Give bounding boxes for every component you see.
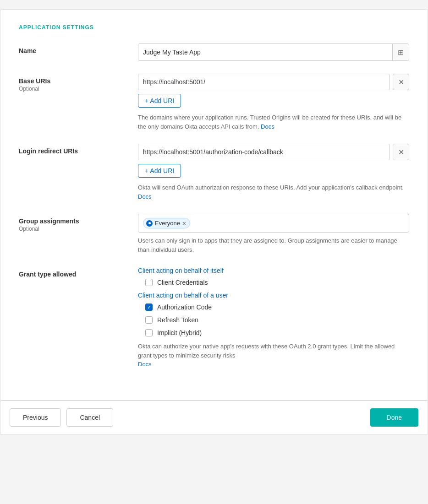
- grant-type-label: Grant type allowed: [19, 271, 138, 278]
- login-redirect-label: Login redirect URIs: [19, 147, 138, 155]
- base-uris-help: The domains where your application runs.…: [138, 113, 409, 131]
- refresh-token-row: Refresh Token: [145, 316, 409, 324]
- base-uris-row: Base URIs Optional ✕ + Add URI The domai…: [19, 74, 409, 131]
- section-title: APPLICATION SETTINGS: [19, 24, 409, 31]
- group-tag-radio-icon: [146, 220, 153, 227]
- login-redirect-help: Okta will send OAuth authorization respo…: [138, 183, 409, 201]
- base-uris-add-button[interactable]: + Add URI: [138, 94, 181, 108]
- application-settings-card: APPLICATION SETTINGS Name ⊞ Base URIs Op…: [0, 9, 428, 401]
- login-redirect-input-row: ✕: [138, 144, 409, 160]
- group-assign-box[interactable]: Everyone ×: [138, 214, 409, 233]
- previous-button[interactable]: Previous: [10, 408, 61, 427]
- cancel-button[interactable]: Cancel: [66, 408, 113, 427]
- base-uris-input[interactable]: [138, 74, 390, 90]
- footer-left: Previous Cancel: [10, 408, 113, 427]
- authorization-code-row: Authorization Code: [145, 303, 409, 311]
- base-uris-sub-label: Optional: [19, 86, 138, 92]
- implicit-hybrid-row: Implicit (Hybrid): [145, 329, 409, 336]
- login-redirect-input[interactable]: [138, 144, 390, 160]
- name-copy-icon[interactable]: ⊞: [392, 44, 409, 60]
- grant-type-docs-link[interactable]: Docs: [138, 361, 152, 368]
- name-content: ⊞: [138, 43, 409, 61]
- login-redirect-content: ✕ + Add URI Okta will send OAuth authori…: [138, 144, 409, 201]
- login-redirect-label-col: Login redirect URIs: [19, 144, 138, 155]
- name-input-wrapper: ⊞: [138, 43, 409, 61]
- group-assignments-help: Users can only sign in to apps that they…: [138, 236, 409, 254]
- name-input[interactable]: [138, 44, 392, 60]
- base-uris-label-col: Base URIs Optional: [19, 74, 138, 92]
- base-uris-content: ✕ + Add URI The domains where your appli…: [138, 74, 409, 131]
- grant-type-content: Client acting on behalf of itself Client…: [138, 267, 409, 369]
- implicit-hybrid-label: Implicit (Hybrid): [157, 329, 202, 336]
- base-uris-docs-link[interactable]: Docs: [261, 123, 274, 130]
- authorization-code-checkbox[interactable]: [145, 303, 153, 311]
- name-row: Name ⊞: [19, 43, 409, 61]
- group-assignments-sub-label: Optional: [19, 226, 138, 232]
- implicit-hybrid-checkbox[interactable]: [145, 329, 153, 336]
- refresh-token-label: Refresh Token: [157, 316, 198, 324]
- base-uris-clear-button[interactable]: ✕: [393, 74, 409, 90]
- client-user-label: Client acting on behalf of a user: [138, 292, 409, 299]
- group-tag-close-icon[interactable]: ×: [182, 220, 186, 227]
- client-credentials-label: Client Credentials: [157, 279, 208, 286]
- client-self-label: Client acting on behalf of itself: [138, 267, 409, 274]
- name-label: Name: [19, 47, 138, 54]
- done-button[interactable]: Done: [370, 408, 418, 427]
- refresh-token-checkbox[interactable]: [145, 316, 153, 324]
- base-uris-label: Base URIs: [19, 77, 138, 85]
- group-assignments-content: Everyone × Users can only sign in to app…: [138, 214, 409, 254]
- grant-type-help: Okta can authorize your native app's req…: [138, 342, 409, 369]
- group-assignments-label: Group assignments: [19, 217, 138, 225]
- client-credentials-checkbox[interactable]: [145, 279, 153, 286]
- grant-type-label-col: Grant type allowed: [19, 267, 138, 278]
- base-uris-input-row: ✕: [138, 74, 409, 90]
- group-assignments-label-col: Group assignments Optional: [19, 214, 138, 232]
- authorization-code-label: Authorization Code: [157, 303, 212, 311]
- login-redirect-add-button[interactable]: + Add URI: [138, 164, 181, 178]
- grant-type-row: Grant type allowed Client acting on beha…: [19, 267, 409, 369]
- footer-bar: Previous Cancel Done: [0, 401, 428, 434]
- client-credentials-row: Client Credentials: [145, 279, 409, 286]
- login-redirect-docs-link[interactable]: Docs: [138, 193, 152, 200]
- name-label-col: Name: [19, 43, 138, 54]
- login-redirect-row: Login redirect URIs ✕ + Add URI Okta wil…: [19, 144, 409, 201]
- login-redirect-clear-button[interactable]: ✕: [393, 144, 409, 160]
- group-tag-everyone: Everyone ×: [143, 218, 190, 228]
- group-assignments-row: Group assignments Optional Everyone × Us…: [19, 214, 409, 254]
- group-tag-label: Everyone: [155, 220, 180, 227]
- page-wrapper: APPLICATION SETTINGS Name ⊞ Base URIs Op…: [0, 9, 428, 434]
